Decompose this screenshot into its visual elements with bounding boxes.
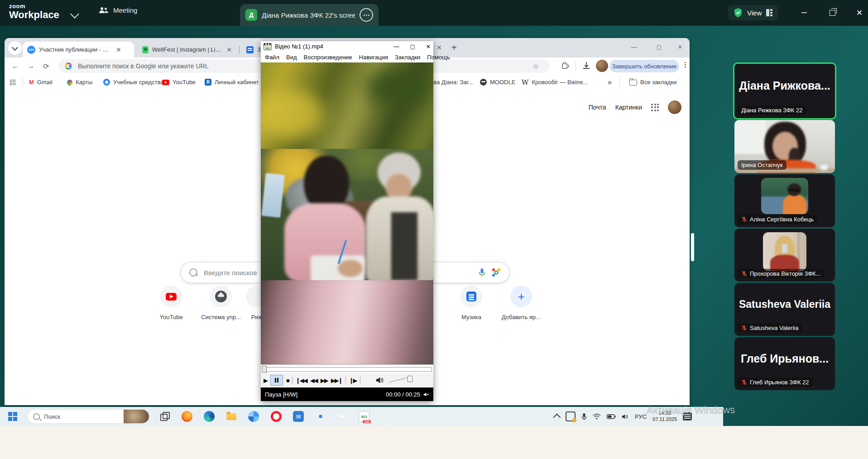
tray-mic-icon[interactable]	[581, 413, 587, 421]
firefox-icon[interactable]	[182, 411, 192, 422]
taskbar-search-label: Поиск	[44, 413, 60, 420]
tab-screen-share[interactable]: Д Діана Рижкова ЗФК 22's screen	[240, 4, 379, 26]
lens-search-icon[interactable]	[492, 268, 501, 277]
browser-tab-zoom[interactable]: zm Участник публикации - Zoom ✕	[23, 42, 134, 57]
bookmark-gmail[interactable]: MGmail	[29, 75, 53, 90]
frame-step-button[interactable]: ❙▶	[349, 377, 357, 384]
media-player-icon: 321	[264, 43, 272, 50]
tab-title: Участник публикации - Zoom	[39, 46, 111, 53]
reload-icon[interactable]: ⟳	[43, 62, 49, 71]
photos-icon[interactable]	[248, 411, 259, 422]
all-bookmarks-button[interactable]: Все закладки	[629, 75, 676, 90]
wifi-icon[interactable]	[593, 413, 601, 420]
player-restore-icon[interactable]: ▢	[410, 43, 415, 50]
menu-playback[interactable]: Воспроизведение	[304, 54, 352, 61]
start-button[interactable]	[8, 412, 17, 421]
edu-icon	[103, 79, 110, 86]
downloads-icon[interactable]	[582, 62, 590, 70]
bookmark-wiki[interactable]: WКровообіг — Вікіпе...	[522, 75, 588, 90]
google-account-avatar[interactable]	[668, 100, 681, 114]
tab-close-icon[interactable]: ✕	[115, 46, 122, 53]
video-frame[interactable]	[261, 62, 433, 364]
gmail-link[interactable]: Почта	[589, 104, 606, 111]
speaker-icon[interactable]	[622, 414, 629, 420]
volume-icon[interactable]	[375, 377, 384, 384]
scrollbar[interactable]	[691, 233, 694, 261]
participant-tile-diana[interactable]: Діана Рижкова... Діана Рижкова ЗФК 22	[733, 62, 836, 120]
browser-restore-icon[interactable]: ▢	[657, 44, 662, 50]
skip-back-button[interactable]: ❙◀◀	[296, 377, 307, 384]
voice-search-icon[interactable]	[479, 268, 485, 277]
rewind-button[interactable]: ◀◀	[310, 377, 317, 384]
tab-close-icon[interactable]: ✕	[225, 46, 233, 53]
mail-icon[interactable]: ✉	[293, 411, 304, 422]
fast-forward-button[interactable]: ▶▶	[321, 377, 328, 384]
google-apps-icon[interactable]	[651, 104, 659, 111]
pause-button[interactable]	[270, 375, 283, 386]
menu-file[interactable]: Файл	[265, 54, 279, 61]
skip-forward-button[interactable]: ▶▶❙	[331, 377, 342, 384]
bookmarks-overflow-chevron[interactable]: »	[608, 75, 612, 90]
shortcut-youtube[interactable]: YouTube	[146, 286, 196, 320]
participant-tile-iryna[interactable]: Ірина Остапчук	[734, 120, 835, 173]
seek-handle[interactable]	[262, 366, 267, 373]
volume-handle[interactable]	[408, 376, 412, 382]
bookmark-cabinet[interactable]: RЛичный кабинет п...	[205, 75, 269, 90]
bookmark-maps[interactable]: Карты	[67, 75, 92, 90]
menu-bookmarks[interactable]: Закладки	[395, 54, 420, 61]
search-highlight-image	[124, 410, 149, 424]
view-button[interactable]: View	[728, 5, 778, 20]
opera-icon[interactable]	[271, 411, 282, 422]
tab-search-chevron-icon[interactable]	[8, 41, 22, 55]
shared-screen-area: zm Участник публикации - Zoom ✕ ✳ WellFe…	[0, 26, 868, 459]
participant-tile-gleb[interactable]: Глеб Ирьянов... Глеб Ирьянов ЗФК 22	[734, 337, 835, 390]
participant-tile-alina[interactable]: Аліна Сергіївна Кобець	[734, 174, 835, 227]
menu-view[interactable]: Вид	[286, 54, 297, 61]
more-options-icon[interactable]	[360, 8, 373, 22]
player-minimize-icon[interactable]: —	[394, 43, 399, 50]
browser-minimize-icon[interactable]: —	[631, 44, 637, 50]
shortcut-music[interactable]: Музика	[446, 286, 496, 320]
bookmark-edu[interactable]: Учебные средства...	[103, 75, 168, 90]
tray-update-icon[interactable]	[566, 411, 575, 421]
browser-tab-wellfest[interactable]: ✳ WellFest | Instagram | Linktree ✕	[138, 42, 237, 57]
bookmark-diana[interactable]: ова Діана: Заг...	[430, 75, 473, 90]
player-close-icon[interactable]: ✕	[426, 43, 431, 50]
taskbar-search-input[interactable]: Поиск	[27, 409, 149, 424]
battery-icon[interactable]	[607, 414, 616, 419]
close-button[interactable]: ✕	[853, 6, 866, 19]
restore-button[interactable]	[826, 6, 839, 19]
browser-profile-avatar[interactable]	[596, 60, 608, 72]
volume-slider[interactable]	[389, 376, 412, 385]
taskbar-date: 07.11.2025	[652, 416, 677, 422]
shortcut-add[interactable]: + Добавить яр...	[496, 286, 546, 320]
bookmark-moodle[interactable]: MOODLE	[480, 75, 515, 90]
bookmark-youtube[interactable]: YouTube	[162, 75, 196, 90]
menu-help[interactable]: Помощь	[427, 54, 450, 61]
participant-tile-prokhorova[interactable]: Прохорова Вікторія ЗФК...	[734, 229, 835, 282]
language-indicator[interactable]: РУС	[635, 413, 647, 420]
browser-close-icon[interactable]: ✕	[678, 44, 682, 50]
participant-tile-satusheva[interactable]: Satusheva Valeriia Satusheva Valeriia	[734, 283, 835, 336]
seek-bar[interactable]	[261, 364, 433, 373]
play-button[interactable]: ▶	[264, 377, 267, 384]
back-icon[interactable]: ←	[12, 62, 19, 70]
minimize-button[interactable]	[798, 6, 810, 19]
media-player-taskbar-icon[interactable]: 321320	[359, 411, 369, 422]
chevron-down-icon[interactable]	[70, 10, 79, 19]
edge-icon[interactable]	[204, 411, 215, 422]
images-link[interactable]: Картинки	[615, 104, 642, 111]
finish-update-button[interactable]: Завершить обновление	[609, 60, 679, 72]
extensions-icon[interactable]	[561, 62, 569, 70]
apps-shortcut-icon[interactable]	[10, 75, 15, 90]
tab-meeting[interactable]: Meeting	[99, 6, 137, 14]
tray-expand-icon[interactable]	[553, 414, 561, 421]
tab-close-icon[interactable]: ✕	[436, 44, 443, 51]
bookmark-star-icon[interactable]: ☆	[533, 62, 539, 71]
player-title: Відео №1 (1).mp4	[275, 43, 323, 50]
menu-navigation[interactable]: Навигация	[359, 54, 388, 61]
browser-menu-icon[interactable]: ⋮	[682, 61, 689, 69]
forward-icon[interactable]: →	[27, 62, 34, 70]
new-tab-button[interactable]: +	[451, 43, 457, 53]
stop-button[interactable]: ■	[286, 377, 289, 384]
